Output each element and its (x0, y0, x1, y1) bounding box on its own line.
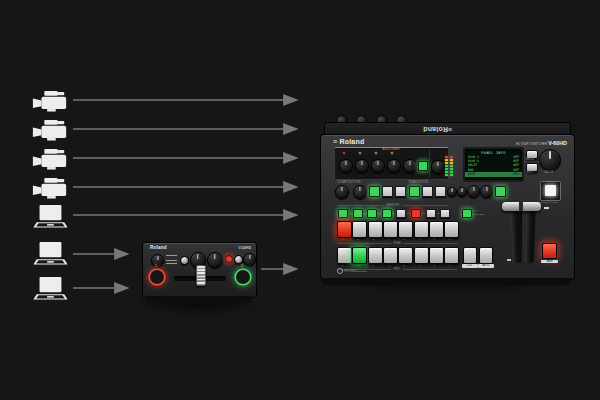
model-group: HD VIDEO SWITCHER V-60HD (516, 140, 567, 146)
channel-2-label: 2 (241, 264, 243, 268)
main-switcher-panel: ≡ Roland HD VIDEO SWITCHER V-60HD AUDIO … (320, 134, 575, 280)
tbar-scale-mark-bottom (507, 259, 511, 261)
audio-led-4 (391, 152, 393, 154)
transition-tbar-handle[interactable] (502, 202, 541, 211)
composition-section-label: COMPOSITION (337, 180, 361, 184)
mix-knob-1[interactable] (447, 187, 457, 197)
cut-button[interactable] (463, 247, 477, 264)
effects-a-mini-knob[interactable] (180, 256, 189, 265)
exit-button-label: EXIT (527, 171, 534, 174)
channel-2-button[interactable]: 2 (236, 270, 250, 284)
memory-button-4[interactable] (382, 209, 392, 218)
memory-button-5[interactable] (396, 209, 406, 218)
memory-button-3[interactable] (367, 209, 377, 218)
effect-button-3[interactable] (395, 186, 406, 197)
pst-button-2[interactable] (352, 247, 367, 264)
audio-input-knob-4[interactable] (387, 159, 401, 173)
pgm-button-3[interactable] (368, 221, 383, 238)
time-knob-2[interactable] (480, 185, 493, 198)
pst-button-5[interactable] (398, 247, 413, 264)
output-fade-mini-button[interactable] (225, 255, 233, 263)
pst-button-1[interactable] (337, 247, 352, 264)
pgm-button-5[interactable] (398, 221, 413, 238)
auto-button[interactable] (479, 247, 493, 264)
pgm-button-2[interactable] (352, 221, 367, 238)
effect-button-5[interactable] (422, 186, 433, 197)
effect-button-1[interactable] (369, 186, 380, 197)
mix-knob-2[interactable] (457, 187, 467, 197)
tbar-scale-mark-top (544, 207, 549, 209)
laptop-2-icon (31, 241, 69, 266)
take-button[interactable] (542, 243, 557, 259)
channel-1-button[interactable]: 1 (150, 270, 164, 284)
transition-mode-button[interactable] (495, 186, 506, 197)
camera-1-icon (31, 88, 69, 113)
pst-button-6[interactable] (414, 247, 429, 264)
pst-button-8[interactable] (444, 247, 459, 264)
main-brand-logo: ≡ Roland (333, 138, 364, 145)
lcd-row-value: MIX (514, 172, 519, 176)
memory-button-1[interactable] (338, 209, 348, 218)
audio-mini-knob[interactable] (234, 255, 243, 264)
memory-button-7[interactable] (426, 209, 436, 218)
sub-switcher-front-edge (145, 296, 252, 303)
effect-button-4[interactable] (409, 186, 420, 197)
video-fader-tbar[interactable] (196, 265, 206, 286)
aux-label: AUX (473, 209, 479, 212)
memory-knob[interactable] (151, 254, 164, 267)
camera-4-icon (31, 175, 69, 200)
time-knob-1[interactable] (467, 185, 480, 198)
pgm-button-4[interactable] (383, 221, 398, 238)
output-fade-button[interactable] (545, 185, 556, 196)
meter-segment-2 (450, 171, 453, 173)
meter-segment-7 (445, 156, 448, 158)
meter-segment-3 (450, 168, 453, 170)
audio-input-knob-5[interactable] (403, 159, 417, 173)
lcd-row-label: WIPE (468, 172, 475, 176)
value-knob[interactable] (539, 149, 561, 171)
tbar-arm-left (511, 211, 522, 263)
audio-input-knob-3[interactable] (371, 159, 385, 173)
composition-knob-1[interactable] (335, 185, 349, 199)
laptop-3-icon (31, 276, 69, 301)
lcd-menu-rows: PinP 1OFFPinP 2OFFSPLITOFFDSKOFFWIPEMIX (465, 155, 522, 177)
output-fade-label: OUTPUT FADE (538, 201, 557, 204)
composition-knob-2[interactable] (353, 185, 367, 199)
memory-button-8[interactable] (440, 209, 450, 218)
pst-button-4[interactable] (383, 247, 398, 264)
aux-button[interactable] (462, 209, 472, 218)
meter-segment-2 (445, 171, 448, 173)
meter-segment-1 (450, 174, 453, 176)
pgm-button-1[interactable] (337, 221, 352, 238)
channel-1-label: 1 (155, 264, 157, 268)
sub-switcher-panel: Roland V-02HD 1 2 (142, 242, 257, 298)
pst-button-3[interactable] (368, 247, 383, 264)
pgm-button-6[interactable] (414, 221, 429, 238)
pgm-button-7[interactable] (429, 221, 444, 238)
meter-segment-5 (445, 162, 448, 164)
audio-input-knob-2[interactable] (355, 159, 369, 173)
meter-segment-6 (445, 159, 448, 161)
sub-model-label: V-02HD (238, 246, 251, 250)
cut-button-label: CUT (462, 264, 478, 268)
meter-segment-7 (450, 156, 453, 158)
audio-led-2 (359, 152, 361, 154)
meter-segment-4 (450, 165, 453, 167)
effect-button-2[interactable] (382, 186, 393, 197)
pst-button-7[interactable] (429, 247, 444, 264)
aux-memory-label: MEMORY (473, 213, 485, 216)
audio-input-knob-1[interactable] (339, 159, 353, 173)
model-label: V-60HD (548, 140, 567, 146)
memory-button-6[interactable] (411, 209, 421, 218)
audio-divider (429, 150, 430, 177)
output-meter-right (450, 154, 453, 176)
main-out-level-knob[interactable] (431, 160, 445, 174)
effect-button-6[interactable] (435, 186, 446, 197)
memory-button-2[interactable] (353, 209, 363, 218)
effects-b-knob[interactable] (207, 252, 223, 268)
laptop-1-icon (31, 204, 69, 229)
pgm-button-8[interactable] (444, 221, 459, 238)
output-knob[interactable] (243, 253, 256, 266)
audio-section-label: AUDIO INPUT (335, 147, 448, 151)
audio-effects-button[interactable] (418, 161, 428, 171)
